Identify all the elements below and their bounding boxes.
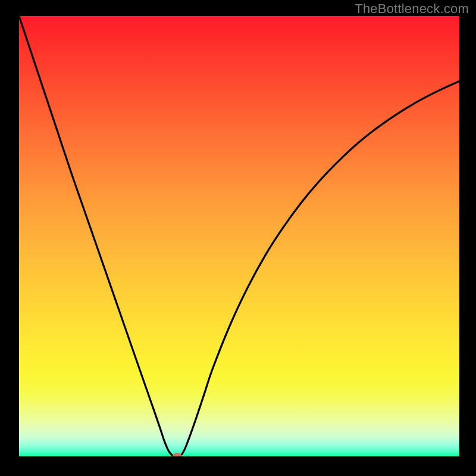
bottleneck-curve [19, 16, 459, 456]
watermark-text: TheBottleneck.com [355, 1, 469, 17]
minimum-marker [173, 453, 182, 456]
plot-area [19, 16, 459, 456]
